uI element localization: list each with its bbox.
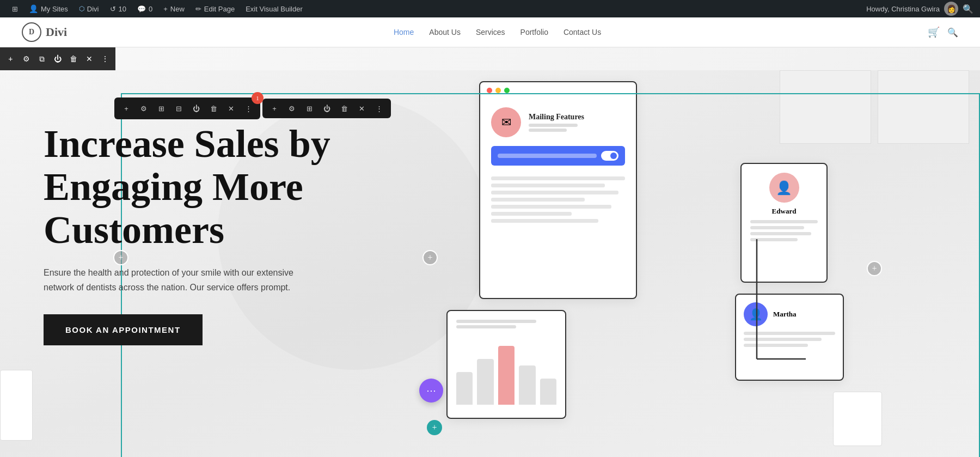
- mod-close-btn-1[interactable]: ✕: [223, 101, 238, 116]
- c-line-5: [491, 205, 611, 209]
- wp-icon-btn[interactable]: ⊞: [7, 0, 23, 17]
- divi-btn[interactable]: ⬡ Divi: [74, 0, 105, 17]
- search-icon[interactable]: 🔍: [963, 4, 973, 14]
- revisions-btn[interactable]: ↺ 10: [105, 0, 132, 17]
- bar-2: [477, 359, 493, 405]
- bar-1: [456, 372, 473, 405]
- section-disable-btn[interactable]: ⏻: [52, 51, 64, 66]
- mailing-sub: [529, 124, 584, 132]
- martha-line-1: [744, 332, 835, 335]
- add-column-center-btn[interactable]: +: [422, 250, 438, 265]
- martha-line-3: [744, 344, 808, 347]
- mailing-row: ✉ Mailing Features: [491, 107, 625, 137]
- purple-float-menu[interactable]: ⋯: [419, 379, 443, 403]
- mod-columns-btn-2[interactable]: ⊞: [302, 101, 317, 116]
- bar-3: [498, 346, 514, 405]
- main-content: + ⚙ ⧉ ⏻ 🗑 ✕ ⋮ + ⚙ ⊞ ⊟ ⏻ 🗑 ✕ ⋮ 1: [0, 47, 980, 457]
- sub-line-2: [529, 129, 567, 132]
- mod-settings-btn-2[interactable]: ⚙: [284, 101, 299, 116]
- mod-columns-btn-1[interactable]: ⊞: [154, 101, 169, 116]
- section-add-btn[interactable]: +: [4, 51, 17, 66]
- mod-add-btn-2[interactable]: +: [267, 101, 282, 116]
- section-more-btn[interactable]: ⋮: [99, 51, 111, 66]
- martha-avatar: 👤: [744, 302, 768, 326]
- site-logo: D Divi: [22, 22, 67, 42]
- nav-links: Home About Us Services Portfolio Contact…: [394, 28, 601, 36]
- nav-contact[interactable]: Contact Us: [564, 28, 601, 36]
- section-delete-btn[interactable]: 🗑: [67, 51, 79, 66]
- avatar[interactable]: 👩: [944, 2, 958, 16]
- plus-icon: +: [163, 5, 168, 13]
- new-btn[interactable]: + New: [158, 0, 190, 17]
- book-appointment-btn[interactable]: Book An Appointment: [44, 314, 203, 345]
- hero-heading: Increase Sales by Engaging More Customer…: [44, 123, 457, 252]
- sub-line-1: [529, 124, 578, 127]
- chart-lines: [456, 320, 556, 328]
- c-line-3: [491, 191, 618, 194]
- nav-portfolio[interactable]: Portfolio: [520, 28, 548, 36]
- edit-page-btn[interactable]: ✏ Edit Page: [190, 0, 240, 17]
- person-icon: 👤: [29, 4, 38, 13]
- mailing-text: Mailing Features: [529, 113, 584, 132]
- add-column-right-btn[interactable]: +: [867, 261, 882, 276]
- mod-disable-btn-2[interactable]: ⏻: [319, 101, 334, 116]
- section-close-btn[interactable]: ✕: [83, 51, 95, 66]
- chart-line-2: [456, 325, 516, 328]
- site-nav: D Divi Home About Us Services Portfolio …: [0, 17, 980, 47]
- nav-home[interactable]: Home: [394, 28, 414, 36]
- add-row-btn[interactable]: +: [427, 420, 442, 435]
- exit-builder-btn[interactable]: Exit Visual Builder: [240, 0, 308, 17]
- hero-right-illustration: ✉ Mailing Features: [446, 81, 882, 457]
- chart-line-1: [456, 320, 536, 323]
- mod-add-btn-1[interactable]: +: [119, 101, 134, 116]
- mod-grid-btn-1[interactable]: ⊟: [171, 101, 186, 116]
- c-line-4: [491, 198, 585, 202]
- nav-icons: 🛒 🔍: [928, 26, 958, 38]
- mod-delete-btn-2[interactable]: 🗑: [336, 101, 352, 116]
- mod-more-btn-1[interactable]: ⋮: [241, 101, 256, 116]
- section-duplicate-btn[interactable]: ⧉: [36, 51, 48, 66]
- bar-4: [519, 365, 535, 405]
- card-header: [480, 82, 636, 99]
- c-line-1: [491, 176, 625, 180]
- nav-about[interactable]: About Us: [429, 28, 461, 36]
- mod-close-btn-2[interactable]: ✕: [354, 101, 369, 116]
- nav-services[interactable]: Services: [476, 28, 505, 36]
- partial-card-right: [833, 392, 882, 446]
- martha-card: 👤 Martha: [735, 294, 844, 381]
- module-toolbar-1: + ⚙ ⊞ ⊟ ⏻ 🗑 ✕ ⋮ 1: [114, 98, 260, 119]
- module-toolbar-2: + ⚙ ⊞ ⏻ 🗑 ✕ ⋮: [262, 99, 391, 118]
- card-body: ✉ Mailing Features: [480, 99, 636, 236]
- comments-btn[interactable]: 💬 0: [132, 0, 158, 17]
- user-avatar: 👤: [769, 173, 799, 203]
- mailing-card: ✉ Mailing Features: [479, 81, 637, 299]
- admin-bar: ⊞ 👤 My Sites ⬡ Divi ↺ 10 💬 0 + New ✏ Edi…: [0, 0, 980, 17]
- dot-green: [504, 88, 510, 93]
- martha-lines: [744, 332, 835, 347]
- content-lines: [491, 172, 625, 227]
- chart-bars: [456, 339, 556, 405]
- partial-card-left: [0, 370, 33, 441]
- martha-row: 👤 Martha: [744, 302, 835, 326]
- cart-icon[interactable]: 🛒: [928, 26, 940, 38]
- chart-card: [446, 310, 566, 419]
- section-toolbar: + ⚙ ⧉ ⏻ 🗑 ✕ ⋮: [0, 47, 115, 70]
- section-settings-btn[interactable]: ⚙: [20, 51, 33, 66]
- mod-delete-btn-1[interactable]: 🗑: [206, 101, 221, 116]
- placeholder-card-2: [878, 70, 969, 144]
- dot-yellow: [495, 88, 501, 93]
- mod-settings-btn-1[interactable]: ⚙: [136, 101, 151, 116]
- divi-logo-icon: ⬡: [79, 5, 84, 13]
- blue-bar-toggle: [601, 151, 618, 161]
- user-line-3: [750, 232, 811, 235]
- hero-subtext: Ensure the health and protection of your…: [44, 265, 305, 295]
- mod-disable-btn-1[interactable]: ⏻: [188, 101, 204, 116]
- mail-avatar: ✉: [491, 107, 521, 137]
- mod-more-btn-2[interactable]: ⋮: [371, 101, 387, 116]
- add-column-left-btn[interactable]: +: [113, 250, 128, 265]
- search-nav-icon[interactable]: 🔍: [947, 27, 958, 38]
- revisions-icon: ↺: [110, 5, 116, 13]
- my-sites-btn[interactable]: 👤 My Sites: [23, 0, 74, 17]
- blue-bar-line: [498, 154, 597, 158]
- bar-5: [540, 379, 556, 405]
